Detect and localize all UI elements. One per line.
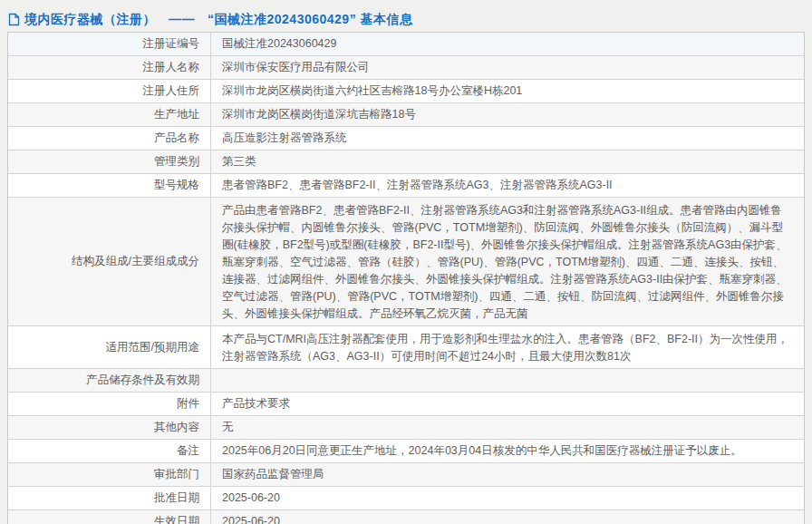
table-row: 管理类别第三类 — [8, 150, 804, 174]
page-title-separator: —— — [169, 12, 195, 26]
row-value: 2025-06-20 — [211, 487, 804, 509]
row-label: 产品名称 — [8, 127, 211, 150]
row-label: 生产地址 — [8, 103, 211, 126]
registration-number-title: “国械注准20243060429” 基本信息 — [208, 12, 413, 26]
row-value-text: 2025-06-20 — [222, 513, 280, 524]
row-value-text: 无 — [222, 419, 234, 436]
row-label: 生效日期 — [8, 510, 211, 524]
row-label: 备注 — [8, 440, 211, 462]
table-row: 附件产品技术要求 — [8, 393, 804, 416]
row-value: 深圳市龙岗区横岗街道深坑吉榕路18号 — [211, 103, 804, 126]
table-row: 注册人住所深圳市龙岗区横岗街道六约社区吉榕路18号办公室楼H栋201 — [8, 80, 804, 103]
row-label: 管理类别 — [8, 150, 211, 173]
row-value-text: 第三类 — [222, 153, 256, 170]
row-value: 高压造影注射器管路系统 — [211, 127, 804, 150]
row-value: 本产品与CT/MRI高压注射器配套使用，用于造影剂和生理盐水的注入。患者管路（B… — [211, 326, 804, 368]
row-value: 第三类 — [211, 150, 804, 173]
row-value-text: 深圳市保安医疗用品有限公司 — [222, 59, 370, 76]
row-value: 深圳市龙岗区横岗街道六约社区吉榕路18号办公室楼H栋201 — [211, 80, 804, 102]
row-label: 附件 — [8, 393, 211, 415]
page-title: 境内医疗器械（注册）——“国械注准20243060429” 基本信息 — [24, 12, 413, 28]
row-value-text: 深圳市龙岗区横岗街道六约社区吉榕路18号办公室楼H栋201 — [222, 82, 522, 100]
row-label: 注册人名称 — [8, 56, 211, 79]
row-label: 批准日期 — [8, 487, 211, 509]
table-row: 审批部门国家药品监督管理局 — [8, 463, 804, 487]
row-value-text: 深圳市龙岗区横岗街道深坑吉榕路18号 — [222, 106, 416, 123]
row-value-text: 患者管路BF2、患者管路BF2-II、注射器管路系统AG3、注射器管路系统AG3… — [222, 177, 613, 194]
row-value-text: 2025-06-20 — [222, 490, 280, 507]
row-value: 2025年06月20日同意更正生产地址，2024年03月04日核发的中华人民共和… — [211, 440, 804, 462]
table-row: 生产地址深圳市龙岗区横岗街道深坑吉榕路18号 — [8, 103, 804, 127]
table-row: 适用范围/预期用途本产品与CT/MRI高压注射器配套使用，用于造影剂和生理盐水的… — [8, 326, 804, 369]
table-row: 产品名称高压造影注射器管路系统 — [8, 127, 804, 150]
table-row: 注册人名称深圳市保安医疗用品有限公司 — [8, 56, 804, 80]
page-header: 境内医疗器械（注册）——“国械注准20243060429” 基本信息 — [0, 0, 812, 32]
row-label: 产品储存条件及有效期 — [8, 369, 211, 392]
table-row: 批准日期2025-06-20 — [8, 487, 804, 510]
row-label: 其他内容 — [8, 416, 211, 439]
row-value: 国家药品监督管理局 — [211, 463, 804, 486]
row-value-text: 本产品与CT/MRI高压注射器配套使用，用于造影剂和生理盐水的注入。患者管路（B… — [222, 331, 793, 365]
row-value: 无 — [211, 416, 804, 439]
row-label: 型号规格 — [8, 174, 211, 197]
registration-info-table: 注册证编号国械注准20243060429注册人名称深圳市保安医疗用品有限公司注册… — [7, 32, 805, 524]
table-row: 备注2025年06月20日同意更正生产地址，2024年03月04日核发的中华人民… — [8, 440, 804, 463]
table-row: 其他内容无 — [8, 416, 804, 440]
table-row: 型号规格患者管路BF2、患者管路BF2-II、注射器管路系统AG3、注射器管路系… — [8, 174, 804, 198]
row-value-text: 产品由患者管路BF2、患者管路BF2-II、注射器管路系统AG3和注射器管路系统… — [222, 202, 793, 323]
row-label: 结构及组成/主要组成成分 — [8, 198, 211, 325]
row-value-text: 国家药品监督管理局 — [222, 466, 324, 483]
row-value: 产品由患者管路BF2、患者管路BF2-II、注射器管路系统AG3和注射器管路系统… — [211, 198, 804, 325]
row-label: 注册证编号 — [8, 33, 211, 55]
page-title-left: 境内医疗器械（注册） — [24, 12, 156, 26]
row-value-text: 2025年06月20日同意更正生产地址，2024年03月04日核发的中华人民共和… — [222, 442, 742, 460]
row-value: 深圳市保安医疗用品有限公司 — [211, 56, 804, 79]
row-value: 国械注准20243060429 — [211, 33, 804, 55]
row-value: 患者管路BF2、患者管路BF2-II、注射器管路系统AG3、注射器管路系统AG3… — [211, 174, 804, 197]
row-value: 产品技术要求 — [211, 393, 804, 415]
document-icon — [8, 13, 20, 26]
row-label: 适用范围/预期用途 — [8, 326, 211, 368]
row-value-text: 产品技术要求 — [222, 395, 290, 412]
row-value-text: 国械注准20243060429 — [222, 35, 336, 53]
row-value: 2025-06-20 — [211, 510, 804, 524]
row-label: 注册人住所 — [8, 80, 211, 102]
table-row: 结构及组成/主要组成成分产品由患者管路BF2、患者管路BF2-II、注射器管路系… — [8, 198, 804, 326]
row-value-text: 高压造影注射器管路系统 — [222, 130, 347, 147]
table-row: 注册证编号国械注准20243060429 — [8, 33, 804, 56]
table-row: 产品储存条件及有效期 — [8, 369, 804, 393]
row-value — [211, 369, 804, 392]
table-row: 生效日期2025-06-20 — [8, 510, 804, 524]
row-label: 审批部门 — [8, 463, 211, 486]
